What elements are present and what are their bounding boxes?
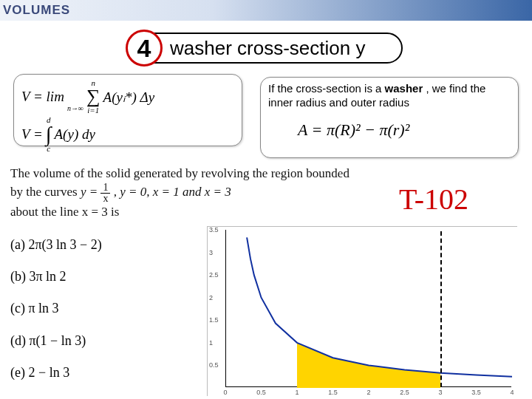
- step-number-badge: 4: [126, 30, 163, 66]
- x-tick-label: 0.5: [256, 389, 266, 396]
- formula-text: V =: [21, 126, 43, 143]
- limit-subscript: n→∞: [67, 104, 83, 112]
- choice-a: (a) 2π(3 ln 3 − 2): [10, 229, 102, 261]
- problem-statement: The volume of the solid generated by rev…: [10, 166, 350, 221]
- x-tick-label: 3.5: [471, 389, 481, 396]
- washer-area-formula: A = π(R)² − π(r)²: [268, 120, 511, 140]
- y-tick-label: 1: [209, 339, 213, 347]
- choice-c: (c) π ln 3: [10, 293, 102, 324]
- x-tick-label: 2: [366, 389, 370, 396]
- volume-formula-integral: V = d ∫ c A(y) dy: [21, 116, 234, 153]
- x-tick-label: 3: [438, 389, 442, 396]
- page-title: VOLUMES: [3, 3, 70, 18]
- y-tick-label: 1.5: [209, 316, 219, 324]
- dashed-line-x3: [440, 231, 442, 387]
- header-bar: VOLUMES: [0, 0, 532, 21]
- washer-description-box: If the cross-section is a washer , we fi…: [260, 77, 519, 158]
- choice-e: (e) 2 − ln 3: [10, 357, 102, 389]
- x-tick-label: 1.5: [328, 389, 338, 396]
- choice-b: (b) 3π ln 2: [10, 261, 102, 293]
- step-pill: washer cross-section y: [133, 33, 403, 64]
- y-tick-label: 2.5: [209, 271, 219, 279]
- sigma-icon: n ∑ i=1: [86, 79, 100, 115]
- formula-text: V = lim: [21, 89, 64, 105]
- y-tick-label: 3.5: [209, 226, 219, 233]
- step-label: washer cross-section y: [170, 37, 365, 60]
- y-tick-label: 3: [209, 249, 213, 256]
- choice-d: (d) π(1 − ln 3): [10, 325, 102, 357]
- volume-formula-sum: V = lim n→∞ n ∑ i=1 A(yᵢ*) Δy: [21, 79, 234, 115]
- plot-svg: [208, 227, 518, 397]
- x-tick-label: 0: [223, 389, 227, 396]
- x-tick-label: 2.5: [400, 389, 409, 396]
- volume-formula-box: V = lim n→∞ n ∑ i=1 A(yᵢ*) Δy V = d ∫ c …: [13, 74, 242, 146]
- curve-1-over-x: [247, 237, 512, 376]
- problem-code: T-102: [399, 182, 468, 216]
- formula-text: A(y) dy: [55, 126, 95, 143]
- plot-area: 0.511.522.533.5 00.511.522.533.54: [207, 226, 517, 396]
- formula-text: A(yᵢ*) Δy: [103, 89, 155, 106]
- washer-description: If the cross-section is a washer , we fi…: [268, 82, 511, 110]
- step-number: 4: [137, 34, 151, 63]
- integral-icon: d ∫ c: [46, 116, 52, 153]
- x-tick-label: 4: [510, 389, 514, 396]
- y-tick-label: 2: [209, 294, 213, 301]
- answer-choices: (a) 2π(3 ln 3 − 2) (b) 3π ln 2 (c) π ln …: [10, 229, 102, 389]
- x-tick-label: 1: [295, 389, 299, 396]
- y-tick-label: 0.5: [209, 361, 219, 369]
- fraction-1-over-x: 1 x: [100, 183, 110, 204]
